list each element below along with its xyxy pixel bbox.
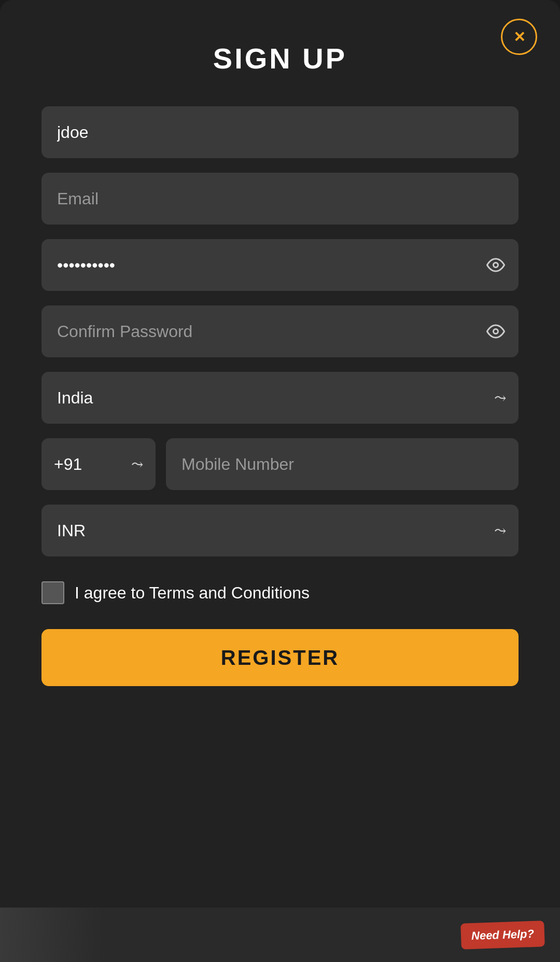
confirm-password-input[interactable] <box>41 305 519 357</box>
signup-modal: ✕ SIGN UP <box>0 0 560 908</box>
email-field-wrapper <box>41 173 519 225</box>
need-help-label: Need Help? <box>471 927 535 942</box>
phone-number-input[interactable] <box>166 438 519 490</box>
currency-select[interactable]: INR USD GBP AUD CAD <box>41 505 519 556</box>
register-button[interactable]: REGISTER <box>41 629 519 686</box>
bottom-bar: Need Help? <box>0 908 560 962</box>
svg-point-0 <box>494 263 498 268</box>
bottom-image <box>0 908 104 962</box>
terms-row: I agree to Terms and Conditions <box>41 581 519 604</box>
close-button[interactable]: ✕ <box>501 19 537 55</box>
phone-code-select[interactable]: +91 +1 +44 +61 <box>41 438 156 490</box>
password-input[interactable] <box>41 239 519 291</box>
terms-label[interactable]: I agree to Terms and Conditions <box>75 583 310 603</box>
svg-point-1 <box>494 329 498 334</box>
phone-row: +91 +1 +44 +61 ⤳ <box>41 438 519 490</box>
username-input[interactable] <box>41 106 519 158</box>
confirm-password-toggle-icon[interactable] <box>485 321 506 342</box>
phone-code-wrapper: +91 +1 +44 +61 ⤳ <box>41 438 156 490</box>
confirm-password-field-wrapper <box>41 305 519 357</box>
signup-form: India United States United Kingdom Austr… <box>41 106 519 686</box>
close-icon: ✕ <box>513 29 525 46</box>
password-field-wrapper <box>41 239 519 291</box>
country-select-wrapper: India United States United Kingdom Austr… <box>41 372 519 424</box>
currency-select-wrapper: INR USD GBP AUD CAD ⤳ <box>41 505 519 556</box>
page-title: SIGN UP <box>213 41 347 75</box>
terms-checkbox[interactable] <box>41 581 64 604</box>
email-input[interactable] <box>41 173 519 225</box>
country-select[interactable]: India United States United Kingdom Austr… <box>41 372 519 424</box>
password-toggle-icon[interactable] <box>485 255 506 275</box>
username-field-wrapper <box>41 106 519 158</box>
need-help-badge[interactable]: Need Help? <box>460 921 545 950</box>
